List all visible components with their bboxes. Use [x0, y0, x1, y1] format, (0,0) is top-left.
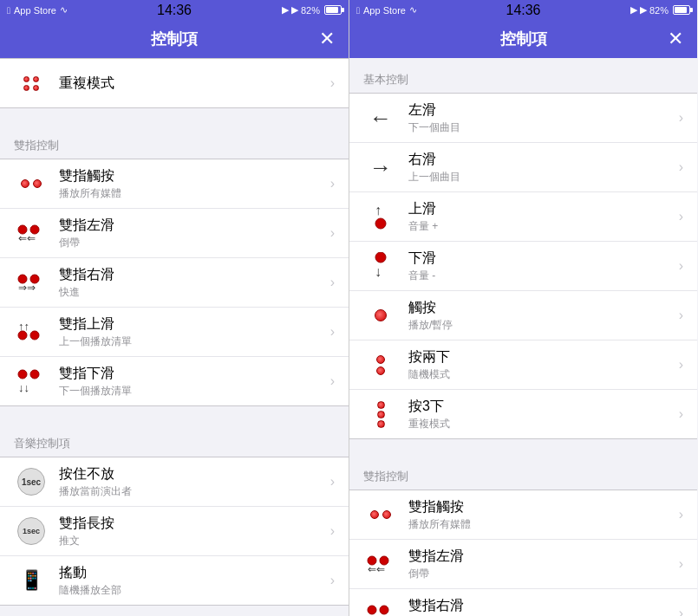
list-item-two-finger-left[interactable]: ⇐⇐ 雙指左滑 倒帶 ›: [0, 209, 349, 258]
list-item-swipe-up[interactable]: ↑ 上滑 音量 + ›: [349, 192, 697, 242]
list-item-two-finger-right[interactable]: ⇒⇒ 雙指右滑 快進 ›: [0, 258, 349, 308]
item-subtitle-tap: 播放/暫停: [408, 318, 672, 333]
item-text-two-tap: 雙指觸按 播放所有媒體: [59, 167, 323, 201]
chevron-icon: ›: [679, 110, 683, 126]
svg-text:↑↑: ↑↑: [18, 320, 29, 333]
item-title-r-two-left: 雙指左滑: [408, 548, 672, 566]
chevron-icon: ›: [679, 606, 683, 616]
uu-arrows-icon: ↑↑: [14, 314, 49, 349]
chevron-icon: ›: [330, 275, 335, 290]
item-title-swipe-right: 右滑: [408, 151, 672, 169]
svg-text:↑: ↑: [375, 203, 382, 217]
signal-icon: ▶: [291, 4, 298, 16]
list-item-hold[interactable]: 1sec 按住不放 播放當前演出者 ›: [0, 457, 349, 507]
rr-arrows-icon: ⇒⇒: [14, 265, 49, 300]
item-text-swipe-down: 下滑 音量 -: [408, 250, 672, 283]
list-item-swipe-down[interactable]: ↓ 下滑 音量 - ›: [349, 242, 697, 291]
item-text-r-two-tap: 雙指觸按 播放所有媒體: [408, 498, 672, 532]
section-header-music: 音樂控制項: [0, 422, 349, 457]
apple-icon: : [7, 5, 10, 16]
status-bar-right-info: ▶ ▶ 82%: [282, 4, 342, 16]
list-item-shake[interactable]: 📱 搖動 隨機播放全部 ›: [0, 556, 349, 605]
signal-icon-right: ▶: [640, 4, 647, 16]
list-item-two-finger-down[interactable]: ↓↓ 雙指下滑 下一個播放清單 ›: [0, 357, 349, 405]
list-item-double-tap[interactable]: 按兩下 隨機模式 ›: [349, 340, 697, 390]
item-text-repeat: 重複模式: [59, 75, 323, 93]
item-text-swipe-right: 右滑 上一個曲目: [408, 151, 672, 185]
status-bar-left-info:  App Store ∿: [7, 4, 68, 16]
list-item-triple-tap[interactable]: 按3下 重複模式 ›: [349, 390, 697, 438]
header-right: 控制項 ✕: [349, 20, 697, 58]
svg-text:↓↓: ↓↓: [18, 381, 29, 393]
item-title-swipe-up: 上滑: [408, 200, 672, 218]
item-title-swipe-left: 左滑: [408, 101, 672, 120]
item-title-two-left: 雙指左滑: [59, 217, 323, 235]
item-subtitle-hold: 播放當前演出者: [59, 484, 323, 499]
single-dot-icon: [363, 298, 398, 333]
chevron-icon: ›: [679, 556, 683, 572]
item-title-hold: 按住不放: [59, 465, 323, 483]
item-text-two-hold: 雙指長按 推文: [59, 515, 323, 548]
chevron-icon: ›: [330, 324, 335, 340]
wifi-icon-right: ∿: [409, 4, 417, 16]
wifi-icon: ∿: [60, 4, 68, 16]
right-panel:  App Store ∿ 14:36 ▶ ▶ 82% 控制項 ✕ 基本控制 ←: [349, 0, 697, 616]
spacer-2: [0, 406, 349, 422]
svg-point-14: [375, 252, 386, 263]
item-text-two-left: 雙指左滑 倒帶: [59, 217, 323, 250]
chevron-icon: ›: [679, 308, 683, 323]
chevron-icon: ›: [679, 159, 683, 175]
chevron-icon: ›: [679, 357, 683, 373]
item-title-repeat: 重複模式: [59, 75, 323, 93]
close-button-left[interactable]: ✕: [319, 29, 335, 49]
left-panel:  App Store ∿ 14:36 ▶ ▶ 82% 控制項 ✕: [0, 0, 349, 616]
location-icon: ▶: [282, 4, 289, 16]
list-item-tap[interactable]: 觸按 播放/暫停 ›: [349, 291, 697, 340]
list-item-two-finger-up[interactable]: ↑↑ 雙指上滑 上一個播放清單 ›: [0, 308, 349, 357]
battery-pct: 82%: [301, 5, 320, 16]
close-button-right[interactable]: ✕: [668, 29, 683, 49]
chevron-icon: ›: [679, 406, 683, 422]
item-text-swipe-left: 左滑 下一個曲目: [408, 101, 672, 135]
item-text-double-tap: 按兩下 隨機模式: [408, 348, 672, 382]
two-dots-icon: [14, 166, 49, 201]
item-subtitle-r-two-tap: 播放所有媒體: [408, 517, 672, 532]
battery-pct-right: 82%: [649, 5, 669, 16]
item-subtitle-shake: 隨機播放全部: [59, 583, 323, 598]
status-bar-right-left:  App Store ∿: [356, 4, 417, 16]
item-title-r-two-right: 雙指右滑: [408, 597, 672, 615]
r-lr-arrows-icon: ⇐⇐: [363, 547, 398, 581]
svg-text:⇐⇐: ⇐⇐: [18, 232, 36, 243]
list-item-r-two-right[interactable]: ⇒⇒ 雙指右滑 快進 ›: [349, 589, 697, 616]
list-item-swipe-right[interactable]: → 右滑 上一個曲目 ›: [349, 143, 697, 192]
list-item-swipe-left[interactable]: ← 左滑 下一個曲目 ›: [349, 94, 697, 143]
two-hold-icon: 1sec: [14, 514, 49, 548]
basic-control-group: ← 左滑 下一個曲目 › → 右滑 上一個曲目 ›: [349, 93, 697, 439]
arrow-down-icon: ↓: [363, 249, 398, 283]
lr-arrows-icon: ⇐⇐: [14, 216, 49, 250]
header-title-left: 控制項: [151, 29, 198, 49]
list-item-r-two-left[interactable]: ⇐⇐ 雙指左滑 倒帶 ›: [349, 540, 697, 589]
item-title-two-hold: 雙指長按: [59, 515, 323, 533]
shake-icon: 📱: [14, 563, 49, 598]
list-item-repeat-mode[interactable]: 重複模式 ›: [0, 59, 349, 107]
item-title-tap: 觸按: [408, 299, 672, 317]
header-left: 控制項 ✕: [0, 20, 349, 58]
list-item-r-two-tap[interactable]: 雙指觸按 播放所有媒體 ›: [349, 490, 697, 540]
item-title-two-tap: 雙指觸按: [59, 167, 323, 185]
svg-point-7: [30, 331, 39, 340]
list-item-two-hold[interactable]: 1sec 雙指長按 推文 ›: [0, 507, 349, 556]
battery-icon-right: [673, 5, 690, 15]
list-item-two-finger-tap[interactable]: 雙指觸按 播放所有媒體 ›: [0, 159, 349, 209]
item-title-two-down: 雙指下滑: [59, 365, 323, 383]
battery-icon: [324, 5, 342, 15]
arrow-left-icon: ←: [363, 101, 398, 135]
svg-point-12: [375, 218, 386, 229]
header-title-right: 控制項: [500, 29, 547, 49]
chevron-icon: ›: [679, 507, 683, 522]
chevron-icon: ›: [330, 373, 335, 389]
item-text-two-down: 雙指下滑 下一個播放清單: [59, 365, 323, 399]
item-subtitle-double-tap: 隨機模式: [408, 367, 672, 382]
item-subtitle-two-up: 上一個播放清單: [59, 334, 323, 349]
spacer-1: [0, 108, 349, 124]
